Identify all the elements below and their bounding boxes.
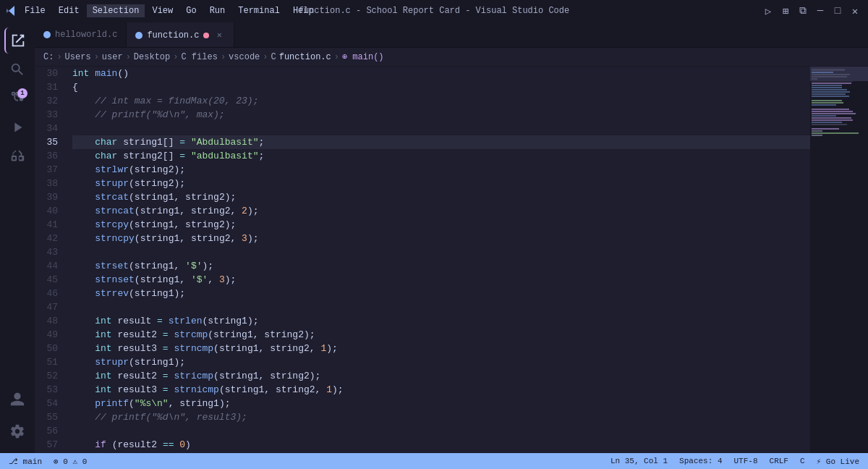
tab-modified-dot [203,33,209,38]
menu-selection[interactable]: Selection [87,4,145,17]
code-line-41: strcpy(string1, string2); [72,218,810,232]
account-icon[interactable] [4,386,30,413]
code-line-39: strcat(string1, string2); [72,190,810,204]
tab-close-btn[interactable]: ✕ [213,30,225,41]
status-right: Ln 35, Col 1 Spaces: 4 UTF-8 CRLF C ⚡ Go… [608,457,862,466]
breadcrumb-function[interactable]: ⊕ main() [342,51,384,62]
breadcrumb-vscode[interactable]: vscode [229,52,260,62]
titlebar: File Edit Selection View Go Run Terminal… [0,0,868,22]
code-line-55: // printf("%d\n", result3); [72,410,810,424]
code-line-58: { [72,452,810,453]
code-line-45: strnset(string1, '$', 3); [72,273,810,287]
activity-bar: 1 [0,22,35,453]
code-line-35: char string1[] = "Abdulbasit"; [72,135,810,149]
menu-go[interactable]: Go [180,4,202,17]
code-line-49: int result2 = strcmp(string1, string2); [72,328,810,342]
run-btn[interactable]: ▷ [761,4,775,18]
breadcrumb-c[interactable]: C [271,52,276,62]
code-line-46: strrev(string1); [72,287,810,300]
source-control-badge: 1 [17,88,27,98]
breadcrumb-desktop[interactable]: Desktop [134,52,170,62]
titlebar-controls: ▷ ⊞ ⧉ ─ □ ✕ [761,4,862,18]
code-editor[interactable]: int main() { // int max = findMax(20, 23… [69,67,810,453]
minimize-btn[interactable]: ─ [813,4,827,18]
breadcrumb-user[interactable]: user [102,52,123,62]
code-line-47 [72,300,810,314]
minimap [810,67,868,453]
code-line-54: printf("%s\n", string1); [72,397,810,410]
maximize-btn[interactable]: □ [830,4,845,18]
code-line-51: strupr(string1); [72,355,810,369]
main-layout: 1 [0,22,868,453]
breadcrumb-drive[interactable]: C: [43,52,54,62]
run-debug-icon[interactable] [4,114,30,140]
remote-btn[interactable]: ⊞ [778,4,793,18]
status-left: ⎇ main ⊗ 0 ⚠ 0 [6,457,90,466]
close-btn[interactable]: ✕ [848,4,862,18]
menu-file[interactable]: File [19,4,51,17]
status-go-live[interactable]: ⚡ Go Live [814,457,862,466]
code-line-42: strncpy(string1, string2, 3); [72,232,810,245]
code-line-48: int result = strlen(string1); [72,314,810,328]
status-eol[interactable]: CRLF [767,457,791,465]
tab-helloworld-icon [43,31,51,38]
breadcrumb-users[interactable]: Users [65,52,91,62]
code-line-43 [72,245,810,259]
tab-helloworld-label: helloworld.c [55,30,117,40]
status-bar: ⎇ main ⊗ 0 ⚠ 0 Ln 35, Col 1 Spaces: 4 UT… [0,453,868,469]
search-icon[interactable] [4,56,30,83]
status-branch[interactable]: ⎇ main [6,457,45,466]
code-line-56 [72,424,810,438]
tab-function-label: function.c [147,30,199,41]
code-line-40: strncat(string1, string2, 2); [72,204,810,218]
layout-btn[interactable]: ⧉ [796,4,810,18]
code-container[interactable]: 30 31 32 33 34 35 36 37 38 39 40 41 42 4… [35,67,868,453]
breadcrumb: C: › Users › user › Desktop › C files › … [35,48,868,67]
code-line-31: { [72,80,810,94]
code-line-52: int result2 = stricmp(string1, string2); [72,369,810,383]
code-line-53: int result3 = strnicmp(string1, string2,… [72,383,810,397]
tab-bar: helloworld.c function.c ✕ [35,22,868,48]
breadcrumb-file[interactable]: function.c [279,52,331,62]
tab-function-icon [135,32,142,39]
code-line-36: char string2[] = "abdulbasit"; [72,149,810,163]
code-line-44: strset(string1, '$'); [72,259,810,273]
app-icon [6,5,17,17]
menu-run[interactable]: Run [204,4,231,17]
status-spaces[interactable]: Spaces: 4 [676,457,725,465]
code-line-32: // int max = findMax(20, 23); [72,94,810,108]
titlebar-menu: File Edit Selection View Go Run Terminal… [6,4,320,17]
tab-function[interactable]: function.c ✕ [127,22,234,47]
menu-terminal[interactable]: Terminal [232,4,286,17]
code-line-37: strlwr(string2); [72,163,810,177]
status-encoding[interactable]: UTF-8 [731,457,761,465]
code-line-34 [72,122,810,135]
breadcrumb-cfiles[interactable]: C files [181,52,217,62]
titlebar-title: function.c - School Report Card - Visual… [299,6,569,16]
code-line-33: // printf("%d\n", max); [72,108,810,122]
line-numbers: 30 31 32 33 34 35 36 37 38 39 40 41 42 4… [35,67,69,453]
explorer-icon[interactable] [4,28,30,54]
extensions-icon[interactable] [4,143,30,169]
menu-edit[interactable]: Edit [53,4,85,17]
status-line-col[interactable]: Ln 35, Col 1 [608,457,671,465]
code-line-50: int result3 = strncmp(string1, string2, … [72,342,810,355]
status-language[interactable]: C [797,457,808,465]
tab-helloworld[interactable]: helloworld.c [35,22,127,47]
settings-icon[interactable] [4,418,30,444]
editor-area: helloworld.c function.c ✕ C: › Users › u… [35,22,868,453]
code-line-30: int main() [72,67,810,80]
menu-view[interactable]: View [146,4,179,17]
status-errors[interactable]: ⊗ 0 ⚠ 0 [51,457,90,466]
code-line-38: strupr(string2); [72,177,810,190]
code-line-57: if (result2 == 0) [72,438,810,452]
source-control-icon[interactable]: 1 [4,85,30,111]
